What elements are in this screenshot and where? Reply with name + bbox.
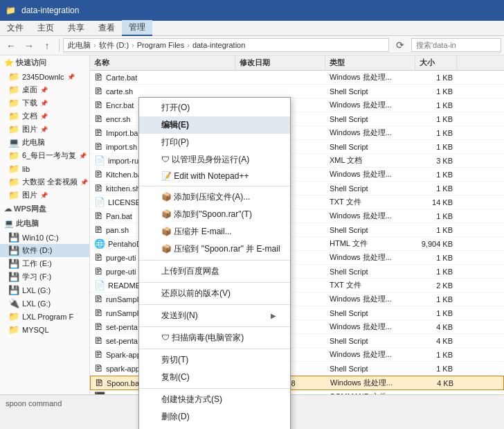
context-menu-item-label: 📦 压缩并 E-mail... (161, 226, 232, 238)
sidebar-item-g2[interactable]: 🔌LXL (G:) (0, 297, 89, 310)
menu-share[interactable]: 共享 (61, 21, 91, 35)
sidebar-item-daily[interactable]: 📁6_每日一考与复📌 (0, 149, 89, 162)
context-menu-item-label: 📦 压缩到 "Spoon.rar" 并 E-mail (161, 243, 280, 255)
sidebar: ⭐ 快速访问 📁2345Downlc📌 📁桌面📌 📁下载📌 📁文档📌 📁图片📌 … (0, 55, 90, 394)
context-menu-item-label: 📦 添加到压缩文件(A)... (161, 191, 250, 203)
context-menu-item[interactable]: 还原以前的版本(V) (139, 285, 290, 302)
sidebar-section-quickaccess: ⭐ 快速访问 (0, 55, 89, 70)
sidebar-item-f[interactable]: 💾学习 (F:) (0, 270, 89, 283)
title-bar: 📁 data-integration (0, 0, 504, 21)
context-menu-item[interactable]: 🛡 以管理员身份运行(A) (139, 151, 290, 168)
context-menu-item[interactable]: 📦 压缩并 E-mail... (139, 223, 290, 240)
context-menu-item-label: 发送到(N) (161, 310, 198, 322)
header-type[interactable]: 类型 (325, 55, 415, 70)
submenu-arrow-icon: ▶ (271, 312, 276, 319)
context-menu-item[interactable]: 删除(D) (139, 408, 290, 426)
address-bar: 此电脑 › 软件 (D:) › Program Files › data-int… (63, 38, 501, 53)
context-menu-item-label: 复制(C) (161, 371, 190, 383)
context-menu-item-label: 📝 Edit with Notepad++ (161, 171, 249, 181)
context-menu-item-label: 📦 添加到"Spoon.rar"(T) (161, 209, 252, 220)
breadcrumb-folder[interactable]: data-integration (192, 41, 245, 49)
context-menu-separator (139, 282, 290, 283)
context-menu-item[interactable]: 发送到(N)▶ (139, 307, 290, 324)
context-menu-item-label: 打开(O) (161, 102, 190, 114)
sidebar-section-mycomputer: 💻 此电脑 (0, 216, 89, 231)
sidebar-item-downloads[interactable]: 📁下载📌 (0, 96, 89, 110)
forward-button[interactable]: → (21, 38, 37, 53)
breadcrumb-drive[interactable]: 软件 (D:) (99, 40, 129, 51)
context-menu-item[interactable]: 上传到百度网盘 (139, 263, 290, 280)
main-layout: ⭐ 快速访问 📁2345Downlc📌 📁桌面📌 📁下载📌 📁文档📌 📁图片📌 … (0, 55, 504, 394)
file-list-header: 名称 修改日期 类型 大小 (90, 55, 504, 71)
context-menu-item-label: 🛡 扫描病毒(电脑管家) (161, 332, 244, 344)
menu-home[interactable]: 主页 (30, 21, 61, 35)
breadcrumb-sep1: › (93, 41, 96, 49)
sidebar-item-g[interactable]: 💾LXL (G:) (0, 283, 89, 297)
breadcrumb-program-files[interactable]: Program Files (137, 41, 184, 49)
header-name[interactable]: 名称 (90, 55, 235, 70)
context-menu-item-label: 🛡 以管理员身份运行(A) (161, 154, 249, 166)
back-button[interactable]: ← (3, 38, 19, 53)
up-button[interactable]: ↑ (39, 38, 55, 53)
sidebar-item-documents[interactable]: 📁文档📌 (0, 110, 89, 123)
context-menu-item[interactable]: 编辑(E) (139, 116, 290, 134)
header-size[interactable]: 大小 (415, 55, 457, 70)
context-menu-separator (139, 260, 290, 261)
context-menu: 打开(O)编辑(E)打印(P)🛡 以管理员身份运行(A)📝 Edit with … (138, 97, 291, 429)
sidebar-item-c[interactable]: 💾Win10 (C:) (0, 231, 89, 244)
toolbar: ← → ↑ 此电脑 › 软件 (D:) › Program Files › da… (0, 36, 504, 55)
file-row[interactable]: 🖹Carte.batWindows 批处理...1 KB (90, 71, 504, 85)
context-menu-item-label: 剪切(T) (161, 354, 188, 366)
context-menu-item-label: 还原以前的版本(V) (161, 288, 231, 299)
context-menu-item[interactable]: 复制(C) (139, 369, 290, 386)
window-icon: 📁 (6, 6, 16, 15)
context-menu-item[interactable]: 打印(P) (139, 134, 290, 151)
context-menu-item[interactable]: 📝 Edit with Notepad++ (139, 168, 290, 184)
sidebar-item-lib[interactable]: 📁lib (0, 162, 89, 175)
sidebar-item-e[interactable]: 💾工作 (E:) (0, 257, 89, 270)
sidebar-item-pictures[interactable]: 📁图片📌 (0, 123, 89, 136)
menu-bar: 文件 主页 共享 查看 管理 (0, 21, 504, 36)
search-input[interactable] (411, 38, 501, 52)
context-menu-item-label: 创建快捷方式(S) (161, 394, 222, 405)
context-menu-item[interactable]: 🛡 扫描病毒(电脑管家) (139, 329, 290, 347)
context-menu-separator (139, 388, 290, 389)
sidebar-section-wps: ☁ WPS网盘 (0, 202, 89, 216)
context-menu-separator (139, 186, 290, 186)
sidebar-item-2345[interactable]: 📁2345Downlc📌 (0, 70, 89, 83)
breadcrumb-sep2: › (132, 41, 134, 49)
context-menu-separator (139, 349, 290, 349)
context-menu-item[interactable]: 📦 压缩到 "Spoon.rar" 并 E-mail (139, 240, 290, 258)
status-text: spoon command (6, 399, 62, 408)
sidebar-item-pictures2[interactable]: 📁图片📌 (0, 189, 89, 202)
context-menu-item[interactable]: 剪切(T) (139, 351, 290, 369)
context-menu-item[interactable]: 创建快捷方式(S) (139, 391, 290, 408)
refresh-button[interactable]: ⟳ (392, 37, 408, 53)
context-menu-item-label: 编辑(E) (161, 119, 189, 131)
context-menu-item[interactable]: 打开(O) (139, 99, 290, 116)
context-menu-separator (139, 326, 290, 327)
context-menu-separator (139, 304, 290, 305)
sidebar-item-mysql[interactable]: 📁MYSQL (0, 323, 89, 336)
sidebar-item-computer[interactable]: 💻此电脑 (0, 136, 89, 149)
header-date[interactable]: 修改日期 (235, 55, 325, 70)
context-menu-item-label: 上传到百度网盘 (161, 265, 219, 277)
sidebar-item-d[interactable]: 💾软件 (D:) (0, 244, 89, 257)
toolbar-separator (59, 40, 60, 52)
context-menu-item-label: 删除(D) (161, 411, 190, 423)
context-menu-item[interactable]: 📦 添加到压缩文件(A)... (139, 189, 290, 206)
context-menu-item-label: 打印(P) (161, 137, 189, 148)
breadcrumb-computer[interactable]: 此电脑 (68, 40, 91, 51)
sidebar-item-lxl-program[interactable]: 📁LXL Program F (0, 310, 89, 323)
menu-view[interactable]: 查看 (91, 21, 122, 35)
window-title: data-integration (21, 6, 79, 15)
file-row[interactable]: 🖹carte.shShell Script1 KB (90, 85, 504, 98)
menu-manage[interactable]: 管理 (122, 20, 152, 36)
breadcrumb-sep3: › (187, 41, 190, 49)
sidebar-item-desktop[interactable]: 📁桌面📌 (0, 83, 89, 96)
menu-file[interactable]: 文件 (0, 21, 30, 35)
context-menu-item[interactable]: 📦 添加到"Spoon.rar"(T) (139, 206, 290, 223)
sidebar-item-bigdata[interactable]: 📁大数据 全套视频📌 (0, 175, 89, 189)
context-menu-item[interactable]: 重命名(M) (139, 426, 290, 429)
breadcrumb[interactable]: 此电脑 › 软件 (D:) › Program Files › data-int… (63, 38, 389, 52)
